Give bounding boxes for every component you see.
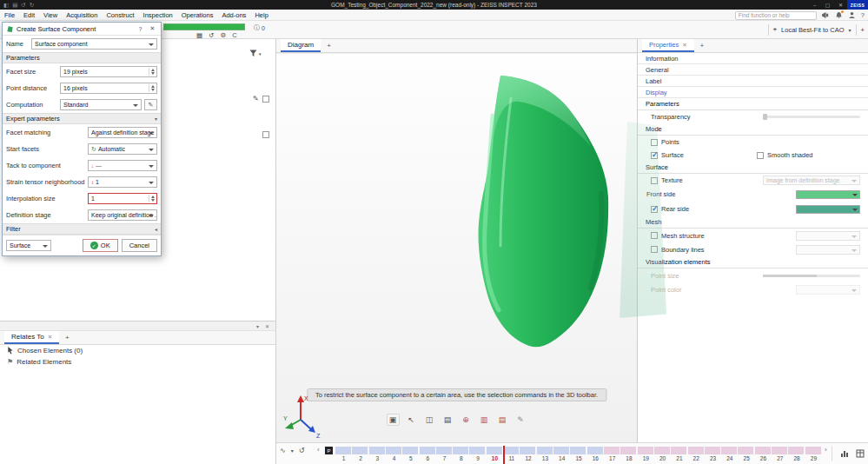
stage-number[interactable]: 21	[671, 455, 687, 461]
section-label[interactable]: Label	[638, 76, 868, 87]
render-canvas[interactable]: To restrict the surface component to a c…	[276, 54, 637, 442]
name-select[interactable]: Surface component	[31, 38, 157, 50]
stage-number[interactable]: 8	[453, 455, 469, 461]
section-information[interactable]: Information	[638, 53, 868, 64]
computation-select[interactable]: Standard	[60, 99, 142, 110]
stage-number[interactable]: 4	[386, 455, 402, 461]
menu-addons[interactable]: Add-ons	[217, 11, 250, 19]
tab-close-icon[interactable]: ✕	[682, 42, 686, 49]
close-button[interactable]: ✕	[834, 2, 847, 8]
menu-construct[interactable]: Construct	[102, 11, 138, 19]
smooth-shaded-checkbox[interactable]	[757, 152, 764, 159]
mode-section-header[interactable]: Mode	[638, 123, 868, 136]
visualization-section-header[interactable]: Visualization elements	[638, 256, 868, 268]
add-alignment-button[interactable]: +	[861, 26, 865, 34]
tab-properties[interactable]: Properties ✕	[642, 39, 694, 52]
stage-number[interactable]: 12	[520, 455, 536, 461]
menu-view[interactable]: View	[39, 11, 62, 19]
front-side-color-swatch[interactable]	[796, 190, 860, 199]
texture-source-select[interactable]: Image from definition stage	[763, 176, 860, 185]
menu-operations[interactable]: Operations	[177, 11, 218, 19]
table-view-icon[interactable]: ▦	[196, 31, 202, 39]
chart-view-icon[interactable]	[840, 449, 849, 458]
settings-gear-icon[interactable]: ⚙	[220, 31, 226, 39]
previous-stage-icon[interactable]: ‹	[317, 446, 320, 454]
alignment-dropdown-icon[interactable]: ▾	[849, 27, 851, 33]
stage-number[interactable]: 23	[705, 455, 721, 461]
stage-number[interactable]: 6	[420, 455, 436, 461]
stage-number[interactable]: 18	[620, 455, 637, 461]
mesh-structure-select[interactable]	[796, 231, 860, 241]
refresh-icon[interactable]: ↺	[209, 31, 214, 39]
edit-icon[interactable]: ✎	[253, 95, 259, 103]
search-input[interactable]	[735, 11, 817, 20]
minimize-button[interactable]: –	[808, 3, 821, 8]
boundary-lines-checkbox[interactable]	[651, 246, 658, 253]
add-tab-button[interactable]: +	[59, 331, 76, 344]
current-stage-marker[interactable]	[503, 446, 505, 464]
strain-tensor-select[interactable]: ↕1	[88, 176, 157, 188]
menu-acquisition[interactable]: Acquisition	[62, 11, 102, 19]
stage-number[interactable]: 27	[772, 455, 788, 461]
parameters-section[interactable]: Parameters	[3, 52, 161, 63]
mesh-structure-checkbox[interactable]	[651, 232, 658, 239]
menu-edit[interactable]: Edit	[19, 11, 39, 19]
start-facets-select[interactable]: ↻Automatic	[88, 143, 157, 155]
stage-number[interactable]: 9	[470, 455, 487, 461]
spinner-arrows[interactable]	[149, 68, 156, 76]
tack-to-component-select[interactable]: ↓—	[88, 160, 157, 171]
definition-stage-select[interactable]: Keep original definition ...	[88, 209, 157, 221]
element-visibility-checkbox[interactable]	[262, 96, 269, 103]
stage-start-marker[interactable]: P	[325, 447, 333, 454]
notifications-bell-icon[interactable]	[835, 11, 843, 19]
next-stage-icon[interactable]: ›	[825, 446, 827, 454]
boundary-lines-select[interactable]	[796, 245, 860, 255]
undo-icon[interactable]: ↺	[21, 2, 25, 9]
edit-computation-button[interactable]: ✎	[144, 99, 157, 110]
element-visibility-checkbox[interactable]	[262, 131, 269, 138]
stage-number[interactable]: 10	[487, 455, 503, 461]
stage-number[interactable]: 11	[503, 455, 520, 461]
stage-number[interactable]: 28	[788, 455, 805, 461]
select-through-icon[interactable]: ◫	[423, 414, 436, 426]
stage-number[interactable]: 17	[604, 455, 620, 461]
help-icon[interactable]: ?	[861, 11, 865, 19]
loop-playback-icon[interactable]: ↺	[299, 447, 305, 454]
stage-number[interactable]: 19	[638, 455, 654, 461]
rear-side-checkbox[interactable]	[651, 206, 658, 213]
stage-number[interactable]: 1	[335, 455, 352, 461]
redo-icon[interactable]: ↻	[30, 2, 34, 9]
surface-component-mesh[interactable]	[408, 63, 637, 359]
collapse-icon[interactable]: ▾	[155, 116, 157, 122]
dialog-close-button[interactable]: ✕	[148, 25, 157, 32]
deselect-area-icon[interactable]: ▥	[478, 414, 491, 426]
timeline-options-icon[interactable]: ▾	[291, 447, 294, 454]
dialog-titlebar[interactable]: Create Surface Component ? ✕	[3, 23, 161, 36]
stage-range-blue[interactable]	[335, 447, 604, 454]
stage-number[interactable]: 25	[739, 455, 755, 461]
stage-number[interactable]: 29	[805, 455, 822, 461]
surface-checkbox[interactable]	[651, 152, 658, 159]
whats-new-icon[interactable]	[822, 11, 830, 19]
points-checkbox[interactable]	[651, 139, 658, 146]
ok-button[interactable]: ✓ OK	[83, 239, 118, 252]
tab-diagram[interactable]: Diagram	[281, 39, 321, 52]
stage-number[interactable]: 5	[402, 455, 419, 461]
table-report-icon[interactable]	[856, 449, 865, 458]
circle-select-icon[interactable]: ⊕	[460, 414, 473, 426]
compare-icon[interactable]: C	[232, 31, 236, 39]
stage-number[interactable]: 24	[721, 455, 738, 461]
add-view-tab-button[interactable]: +	[321, 39, 337, 52]
section-display[interactable]: Display	[638, 87, 868, 98]
mesh-section-header[interactable]: Mesh	[638, 216, 868, 229]
section-general[interactable]: General	[638, 64, 868, 76]
panel-collapse-icon[interactable]: ▾	[256, 323, 259, 329]
alignment-label[interactable]: Local Best-Fit to CAO	[781, 26, 845, 34]
add-tab-button[interactable]: +	[694, 39, 710, 52]
stage-number[interactable]: 13	[537, 455, 553, 461]
stage-number[interactable]: 15	[570, 455, 586, 461]
curve-view-icon[interactable]: ∿	[280, 447, 286, 454]
save-icon[interactable]: ▤	[12, 2, 17, 9]
filter-section[interactable]: Filter ◂	[3, 223, 161, 235]
facet-size-input[interactable]: 19 pixels	[60, 66, 157, 77]
